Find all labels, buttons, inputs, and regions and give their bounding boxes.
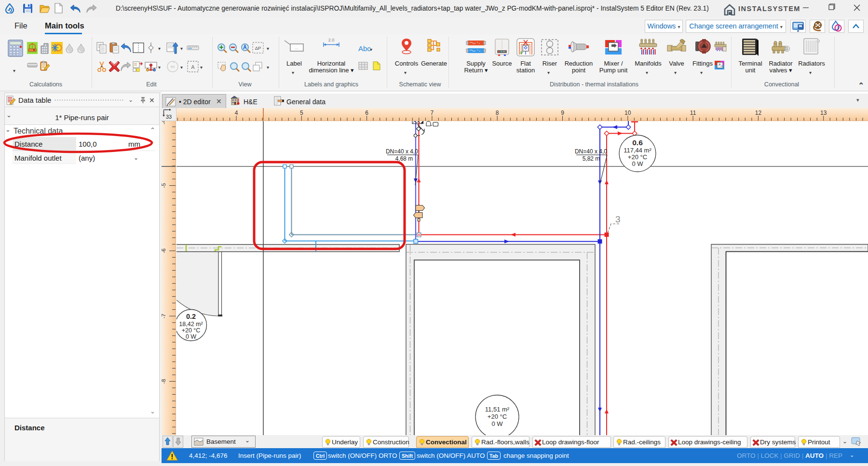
svg-text:0.2: 0.2 [186, 313, 196, 320]
svg-text:11,51 m²: 11,51 m² [485, 406, 510, 413]
svg-text:3: 3 [615, 214, 621, 224]
svg-text:+20 °C: +20 °C [488, 413, 507, 420]
svg-text:7: 7 [431, 110, 434, 116]
svg-text:...: ... [295, 45, 298, 50]
svg-text:5: 5 [300, 110, 303, 116]
svg-text:5,82 m: 5,82 m [583, 155, 600, 162]
svg-text:+20 °C: +20 °C [182, 327, 201, 334]
svg-text:9: 9 [561, 110, 564, 116]
svg-text:11: 11 [690, 110, 696, 116]
svg-text:0 W: 0 W [632, 160, 643, 167]
svg-text:+20 °C: +20 °C [628, 153, 647, 161]
svg-text:12: 12 [755, 110, 762, 116]
svg-text:DN=40 x 4,0: DN=40 x 4,0 [575, 148, 607, 155]
svg-text:6: 6 [365, 110, 368, 116]
svg-text:18,42 m²: 18,42 m² [179, 321, 203, 328]
svg-text:-6: -6 [162, 248, 166, 253]
svg-text:90: 90 [171, 65, 175, 69]
svg-text:0 W: 0 W [491, 420, 503, 427]
svg-text:-8: -8 [162, 379, 166, 384]
svg-text:-7: -7 [162, 314, 166, 318]
svg-text:0 W: 0 W [186, 333, 196, 340]
svg-text:2.0: 2.0 [328, 38, 335, 42]
svg-text:13: 13 [820, 110, 827, 116]
svg-text:-4: -4 [162, 121, 166, 124]
svg-text:0.6: 0.6 [632, 138, 643, 147]
svg-text:4: 4 [235, 110, 238, 116]
svg-text:-5: -5 [162, 183, 166, 188]
svg-text:33: 33 [166, 114, 172, 120]
svg-text:ΔP: ΔP [255, 45, 261, 51]
svg-text:DN=40 x 4,0: DN=40 x 4,0 [386, 148, 418, 155]
svg-text:10: 10 [624, 110, 631, 116]
svg-text:8: 8 [496, 110, 499, 116]
svg-text:A: A [191, 64, 195, 70]
svg-text:117,44 m²: 117,44 m² [624, 147, 651, 154]
